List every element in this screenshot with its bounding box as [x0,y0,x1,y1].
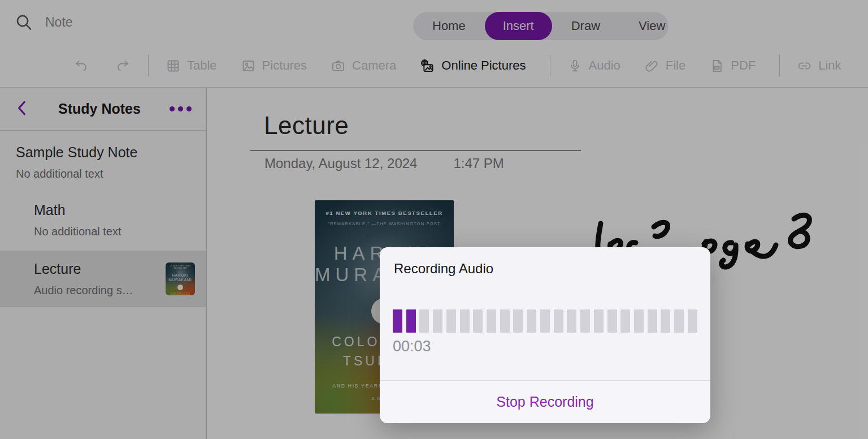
audio-level-bar [594,309,604,333]
audio-level-bar [634,309,644,333]
audio-level-bar [567,309,576,333]
audio-level-bar [661,309,670,333]
audio-level-bar [607,309,617,333]
audio-level-bar [446,309,456,333]
audio-level-bar [460,309,470,333]
audio-level-bar [500,309,510,333]
audio-level-bar-active [406,309,416,333]
recording-audio-dialog: Recording Audio 00:03 Stop Recording [380,247,710,423]
audio-level-bar [688,309,697,333]
audio-level-bar [487,309,496,333]
audio-level-meter [393,309,697,333]
elapsed-time: 00:03 [393,338,431,355]
stop-recording-button[interactable]: Stop Recording [380,381,710,423]
audio-level-bar [433,309,442,333]
audio-level-bar [648,309,657,333]
dialog-title: Recording Audio [394,261,493,277]
audio-level-bar [554,309,563,333]
audio-level-bar [527,309,536,333]
audio-level-bar-active [393,309,402,333]
audio-level-bar [419,309,429,333]
audio-level-bar [513,309,523,333]
audio-level-bar [473,309,483,333]
audio-level-bar [540,309,550,333]
audio-level-bar [674,309,684,333]
audio-level-bar [580,309,590,333]
audio-level-bar [620,309,630,333]
